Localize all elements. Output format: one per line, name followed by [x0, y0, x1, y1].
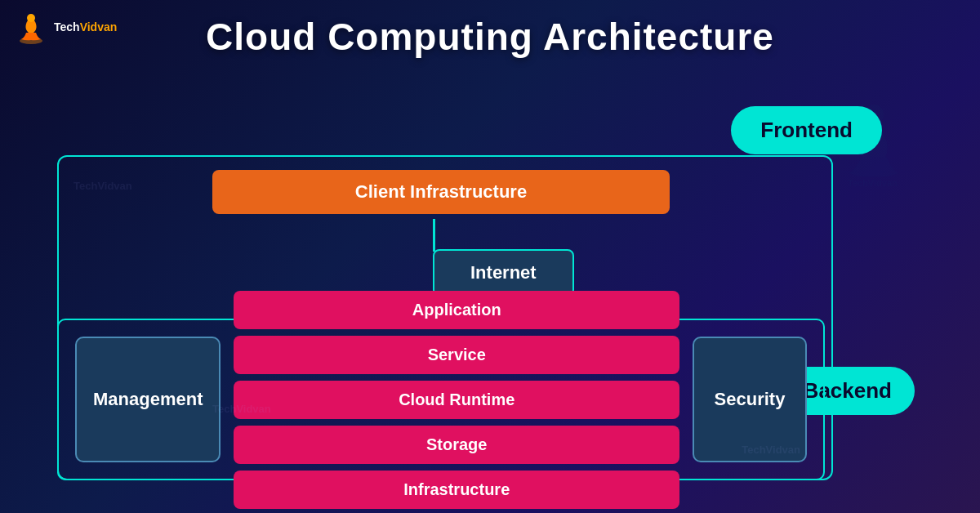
- layers-stack: Application Service Cloud Runtime Storag…: [234, 291, 679, 509]
- client-infrastructure-box: Client Infrastructure: [212, 170, 670, 214]
- logo: TechVidvan: [13, 10, 117, 46]
- layer-service: Service: [234, 336, 679, 374]
- layer-application: Application: [234, 291, 679, 329]
- page-title: Cloud Computing Architecture: [0, 0, 980, 59]
- layer-storage: Storage: [234, 426, 679, 464]
- connector-top: [433, 219, 435, 252]
- diagram-area: Frontend Backend Client Infrastructure I…: [49, 74, 931, 497]
- security-box: Security: [693, 337, 807, 462]
- diagram-container: Frontend Backend Client Infrastructure I…: [49, 74, 931, 497]
- logo-icon: [13, 10, 49, 46]
- svg-point-1: [27, 14, 35, 22]
- logo-text: TechVidvan: [54, 21, 117, 33]
- management-box: Management: [75, 337, 220, 462]
- layer-infrastructure: Infrastructure: [234, 471, 679, 509]
- inner-box: Management Application Service Cloud Run…: [57, 319, 825, 480]
- internet-box: Internet: [433, 249, 574, 297]
- layer-cloud-runtime: Cloud Runtime: [234, 381, 679, 419]
- frontend-badge: Frontend: [731, 106, 882, 154]
